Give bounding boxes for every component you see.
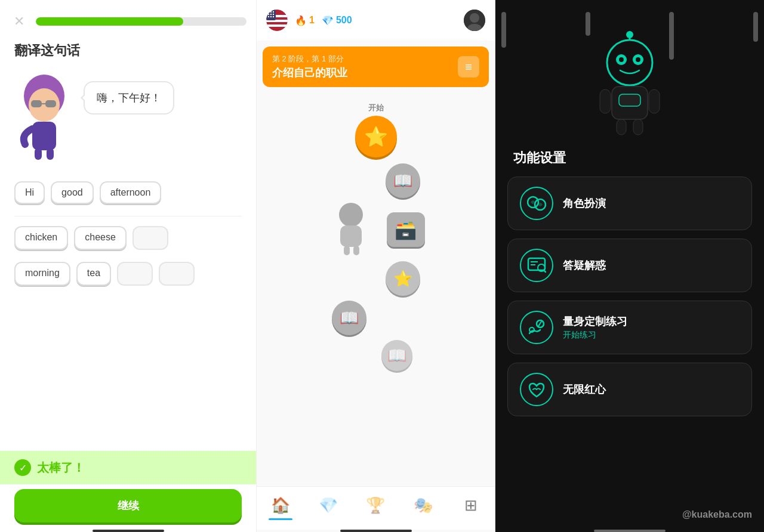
word-chip-morning[interactable]: morning bbox=[14, 262, 70, 286]
svg-rect-2 bbox=[31, 100, 42, 107]
character-avatar bbox=[14, 69, 74, 167]
svg-rect-3 bbox=[45, 100, 56, 107]
word-chip-empty-1 bbox=[133, 226, 168, 250]
settings-list: 角色扮演 答疑解惑 bbox=[495, 177, 764, 416]
candle-3 bbox=[669, 12, 674, 60]
svg-point-19 bbox=[268, 16, 269, 17]
svg-rect-11 bbox=[266, 24, 288, 27]
svg-rect-28 bbox=[353, 246, 359, 255]
left-panel: ✕ 翻译这句话 bbox=[0, 0, 257, 532]
svg-point-14 bbox=[270, 11, 272, 13]
home-icon: 🏠 bbox=[271, 496, 290, 515]
progress-bar bbox=[36, 17, 247, 26]
word-chip-chicken[interactable]: chicken bbox=[14, 226, 68, 250]
svg-point-16 bbox=[268, 14, 269, 15]
word-chip-tea[interactable]: tea bbox=[76, 262, 111, 286]
middle-bottom-bar bbox=[257, 530, 495, 532]
word-chip-hi[interactable]: Hi bbox=[14, 181, 45, 204]
unlimited-text: 无限红心 bbox=[563, 382, 606, 397]
nav-more[interactable]: ⊞ bbox=[447, 491, 495, 525]
flame-icon: 🔥 bbox=[295, 15, 307, 26]
profile-icon: 🎭 bbox=[414, 496, 433, 515]
settings-card-unlimited[interactable]: 无限红心 bbox=[507, 363, 752, 416]
word-chips-top: Hi good afternoon bbox=[0, 181, 256, 214]
svg-point-23 bbox=[470, 13, 479, 23]
gem-stat: 💎 500 bbox=[322, 15, 352, 26]
svg-point-30 bbox=[626, 31, 633, 38]
svg-rect-38 bbox=[600, 89, 611, 113]
settings-title: 功能设置 bbox=[495, 143, 764, 177]
middle-indicator bbox=[340, 530, 412, 532]
candle-2 bbox=[586, 12, 590, 36]
left-bottom-bar bbox=[0, 530, 256, 532]
lesson-banner[interactable]: 第 2 阶段，第 1 部分 介绍自己的职业 ≡ bbox=[263, 47, 489, 87]
svg-rect-40 bbox=[617, 119, 626, 135]
word-chip-cheese[interactable]: cheese bbox=[74, 226, 127, 250]
svg-rect-39 bbox=[649, 89, 660, 113]
nav-trophy[interactable]: 🏆 bbox=[352, 491, 400, 525]
nav-home[interactable]: 🏠 bbox=[257, 491, 304, 525]
nav-profile[interactable]: 🎭 bbox=[399, 491, 447, 525]
progress-bar-fill bbox=[36, 17, 183, 26]
bottom-nav: 🏠 💎 🏆 🎭 ⊞ bbox=[257, 486, 495, 530]
lesson-title: 介绍自己的职业 bbox=[272, 66, 347, 80]
book-node-3[interactable]: 📖 bbox=[381, 340, 412, 371]
svg-rect-26 bbox=[340, 225, 362, 247]
map-row-3: ⭐ bbox=[257, 261, 495, 296]
settings-card-roleplay[interactable]: 角色扮演 bbox=[507, 177, 752, 230]
svg-rect-6 bbox=[35, 148, 42, 160]
svg-point-13 bbox=[268, 11, 269, 13]
roleplay-text: 角色扮演 bbox=[563, 196, 606, 211]
gem-icon: 💎 bbox=[322, 15, 334, 26]
word-chip-empty-3 bbox=[159, 262, 195, 286]
word-chip-afternoon[interactable]: afternoon bbox=[100, 181, 162, 204]
left-header: ✕ bbox=[0, 0, 256, 37]
settings-card-custom[interactable]: 量身定制练习 开始练习 bbox=[507, 301, 752, 354]
gems-icon: 💎 bbox=[319, 496, 338, 515]
custom-icon bbox=[520, 311, 553, 344]
success-icon: ✓ bbox=[14, 459, 31, 476]
success-text: 太棒了！ bbox=[37, 460, 85, 476]
nav-active-bar bbox=[269, 518, 292, 520]
page-title: 翻译这句话 bbox=[0, 37, 256, 69]
close-button[interactable]: ✕ bbox=[10, 12, 29, 31]
start-label: 开始 bbox=[368, 103, 384, 113]
lesson-info: 第 2 阶段，第 1 部分 介绍自己的职业 bbox=[272, 54, 347, 80]
success-banner: ✓ 太棒了！ bbox=[0, 451, 256, 484]
trophy-icon: 🏆 bbox=[366, 496, 385, 515]
speech-bubble: 嗨，下午好！ bbox=[84, 81, 174, 115]
flame-stat: 🔥 1 bbox=[295, 15, 315, 26]
start-node: 开始 ⭐ bbox=[355, 103, 397, 157]
lesson-menu-icon[interactable]: ≡ bbox=[458, 56, 479, 78]
map-row-4: 📖 bbox=[257, 301, 495, 335]
nav-gems[interactable]: 💎 bbox=[304, 491, 352, 525]
svg-rect-37 bbox=[619, 94, 640, 106]
start-button[interactable]: ⭐ bbox=[355, 116, 397, 157]
word-chip-good[interactable]: good bbox=[51, 181, 94, 204]
svg-point-17 bbox=[270, 14, 272, 15]
divider bbox=[14, 216, 242, 216]
svg-point-20 bbox=[270, 16, 272, 17]
book-node-2[interactable]: 📖 bbox=[332, 301, 366, 335]
roleplay-icon bbox=[520, 187, 553, 220]
unlimited-icon bbox=[520, 373, 553, 406]
bottom-indicator bbox=[93, 530, 164, 532]
settings-card-qa[interactable]: 答疑解惑 bbox=[507, 239, 752, 292]
flag-icon bbox=[266, 10, 288, 31]
svg-point-34 bbox=[619, 57, 624, 62]
chest-node[interactable]: 🗃️ bbox=[387, 212, 425, 247]
star-node[interactable]: ⭐ bbox=[386, 261, 420, 296]
svg-point-21 bbox=[273, 16, 274, 17]
svg-point-25 bbox=[339, 203, 363, 227]
svg-rect-27 bbox=[344, 246, 350, 255]
continue-button[interactable]: 继续 bbox=[14, 489, 242, 522]
map-row-2: 🗃️ bbox=[257, 203, 495, 256]
book-node-1[interactable]: 📖 bbox=[386, 163, 420, 198]
user-avatar[interactable] bbox=[464, 10, 485, 31]
svg-point-35 bbox=[636, 57, 640, 62]
right-panel: 功能设置 角色扮演 bbox=[495, 0, 764, 532]
middle-header: 🔥 1 💎 500 bbox=[257, 0, 495, 41]
svg-rect-7 bbox=[47, 148, 54, 160]
word-chip-empty-2 bbox=[117, 262, 153, 286]
candle-1 bbox=[501, 12, 506, 48]
